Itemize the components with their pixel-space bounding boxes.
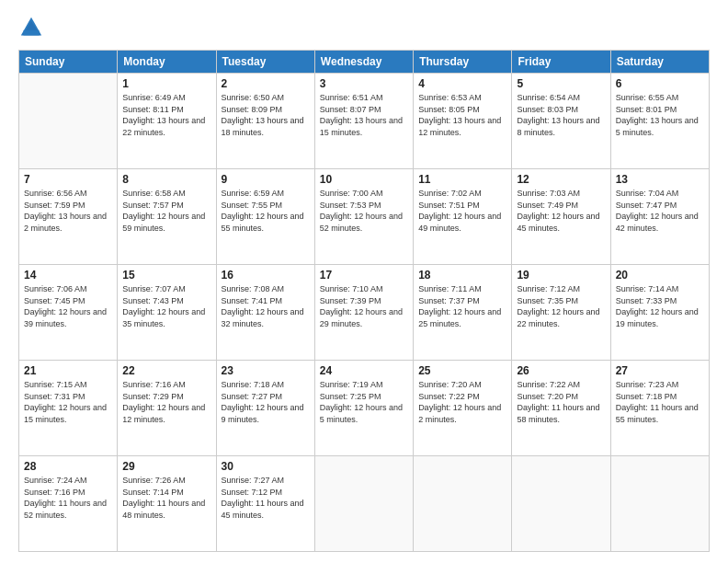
day-number: 1 <box>122 77 210 90</box>
day-info: Sunrise: 6:54 AM Sunset: 8:03 PM Dayligh… <box>517 92 605 138</box>
day-number: 6 <box>616 77 704 90</box>
calendar-cell-0-2: 2Sunrise: 6:50 AM Sunset: 8:09 PM Daylig… <box>216 74 314 169</box>
header-sunday: Sunday <box>19 51 118 74</box>
day-number: 7 <box>24 173 112 186</box>
calendar-cell-4-3 <box>314 456 413 552</box>
day-info: Sunrise: 6:59 AM Sunset: 7:55 PM Dayligh… <box>222 188 310 234</box>
day-number: 14 <box>24 269 112 282</box>
day-info: Sunrise: 6:50 AM Sunset: 8:09 PM Dayligh… <box>222 92 310 138</box>
calendar-cell-2-2: 16Sunrise: 7:08 AM Sunset: 7:41 PM Dayli… <box>216 265 314 361</box>
day-number: 17 <box>320 269 408 282</box>
calendar-cell-2-4: 18Sunrise: 7:11 AM Sunset: 7:37 PM Dayli… <box>414 265 512 361</box>
day-info: Sunrise: 7:04 AM Sunset: 7:47 PM Dayligh… <box>616 188 704 234</box>
calendar-cell-3-2: 23Sunrise: 7:18 AM Sunset: 7:27 PM Dayli… <box>216 361 314 456</box>
calendar-cell-0-6: 6Sunrise: 6:55 AM Sunset: 8:01 PM Daylig… <box>610 74 709 169</box>
day-number: 21 <box>24 364 112 377</box>
calendar-cell-2-5: 19Sunrise: 7:12 AM Sunset: 7:35 PM Dayli… <box>512 265 610 361</box>
day-info: Sunrise: 7:18 AM Sunset: 7:27 PM Dayligh… <box>222 379 310 425</box>
calendar-cell-3-0: 21Sunrise: 7:15 AM Sunset: 7:31 PM Dayli… <box>19 361 118 456</box>
day-info: Sunrise: 6:53 AM Sunset: 8:05 PM Dayligh… <box>418 92 506 138</box>
day-info: Sunrise: 7:10 AM Sunset: 7:39 PM Dayligh… <box>320 283 408 329</box>
week-row-1: 1Sunrise: 6:49 AM Sunset: 8:11 PM Daylig… <box>19 74 710 169</box>
header <box>18 15 710 40</box>
day-info: Sunrise: 7:07 AM Sunset: 7:43 PM Dayligh… <box>122 283 210 329</box>
week-row-4: 21Sunrise: 7:15 AM Sunset: 7:31 PM Dayli… <box>19 361 710 456</box>
day-info: Sunrise: 7:20 AM Sunset: 7:22 PM Dayligh… <box>418 379 506 425</box>
day-number: 29 <box>122 460 210 473</box>
header-tuesday: Tuesday <box>216 51 314 74</box>
day-info: Sunrise: 6:56 AM Sunset: 7:59 PM Dayligh… <box>24 188 112 234</box>
day-number: 26 <box>517 364 605 377</box>
day-number: 28 <box>24 460 112 473</box>
day-info: Sunrise: 6:51 AM Sunset: 8:07 PM Dayligh… <box>320 92 408 138</box>
day-number: 24 <box>320 364 408 377</box>
logo <box>18 15 48 40</box>
calendar-cell-1-5: 12Sunrise: 7:03 AM Sunset: 7:49 PM Dayli… <box>512 169 610 265</box>
calendar-header-row: SundayMondayTuesdayWednesdayThursdayFrid… <box>19 51 710 74</box>
day-info: Sunrise: 7:12 AM Sunset: 7:35 PM Dayligh… <box>517 283 605 329</box>
header-thursday: Thursday <box>414 51 512 74</box>
header-saturday: Saturday <box>610 51 709 74</box>
header-wednesday: Wednesday <box>314 51 413 74</box>
calendar-cell-0-0 <box>19 74 118 169</box>
day-info: Sunrise: 7:26 AM Sunset: 7:14 PM Dayligh… <box>122 475 210 521</box>
day-number: 4 <box>418 77 506 90</box>
calendar-cell-0-5: 5Sunrise: 6:54 AM Sunset: 8:03 PM Daylig… <box>512 74 610 169</box>
day-number: 19 <box>517 269 605 282</box>
day-info: Sunrise: 7:03 AM Sunset: 7:49 PM Dayligh… <box>517 188 605 234</box>
calendar-cell-3-4: 25Sunrise: 7:20 AM Sunset: 7:22 PM Dayli… <box>414 361 512 456</box>
day-info: Sunrise: 7:24 AM Sunset: 7:16 PM Dayligh… <box>24 475 112 521</box>
day-number: 25 <box>418 364 506 377</box>
day-info: Sunrise: 7:14 AM Sunset: 7:33 PM Dayligh… <box>616 283 704 329</box>
calendar-cell-4-1: 29Sunrise: 7:26 AM Sunset: 7:14 PM Dayli… <box>118 456 216 552</box>
calendar-cell-1-4: 11Sunrise: 7:02 AM Sunset: 7:51 PM Dayli… <box>414 169 512 265</box>
day-number: 20 <box>616 269 704 282</box>
day-number: 30 <box>222 460 310 473</box>
calendar-cell-3-6: 27Sunrise: 7:23 AM Sunset: 7:18 PM Dayli… <box>610 361 709 456</box>
day-number: 13 <box>616 173 704 186</box>
day-info: Sunrise: 7:23 AM Sunset: 7:18 PM Dayligh… <box>616 379 704 425</box>
header-friday: Friday <box>512 51 610 74</box>
day-number: 11 <box>418 173 506 186</box>
day-number: 15 <box>122 269 210 282</box>
day-number: 27 <box>616 364 704 377</box>
calendar-cell-3-3: 24Sunrise: 7:19 AM Sunset: 7:25 PM Dayli… <box>314 361 413 456</box>
calendar-cell-0-1: 1Sunrise: 6:49 AM Sunset: 8:11 PM Daylig… <box>118 74 216 169</box>
day-info: Sunrise: 7:11 AM Sunset: 7:37 PM Dayligh… <box>418 283 506 329</box>
week-row-2: 7Sunrise: 6:56 AM Sunset: 7:59 PM Daylig… <box>19 169 710 265</box>
day-number: 22 <box>122 364 210 377</box>
day-number: 8 <box>122 173 210 186</box>
calendar-cell-1-1: 8Sunrise: 6:58 AM Sunset: 7:57 PM Daylig… <box>118 169 216 265</box>
calendar-cell-1-0: 7Sunrise: 6:56 AM Sunset: 7:59 PM Daylig… <box>19 169 118 265</box>
calendar-cell-4-2: 30Sunrise: 7:27 AM Sunset: 7:12 PM Dayli… <box>216 456 314 552</box>
logo-icon <box>18 15 44 40</box>
calendar-cell-3-5: 26Sunrise: 7:22 AM Sunset: 7:20 PM Dayli… <box>512 361 610 456</box>
header-monday: Monday <box>118 51 216 74</box>
calendar-cell-3-1: 22Sunrise: 7:16 AM Sunset: 7:29 PM Dayli… <box>118 361 216 456</box>
day-info: Sunrise: 7:19 AM Sunset: 7:25 PM Dayligh… <box>320 379 408 425</box>
day-info: Sunrise: 6:49 AM Sunset: 8:11 PM Dayligh… <box>122 92 210 138</box>
day-number: 23 <box>222 364 310 377</box>
calendar-cell-2-3: 17Sunrise: 7:10 AM Sunset: 7:39 PM Dayli… <box>314 265 413 361</box>
day-info: Sunrise: 6:55 AM Sunset: 8:01 PM Dayligh… <box>616 92 704 138</box>
day-info: Sunrise: 7:22 AM Sunset: 7:20 PM Dayligh… <box>517 379 605 425</box>
day-info: Sunrise: 7:00 AM Sunset: 7:53 PM Dayligh… <box>320 188 408 234</box>
calendar-cell-4-5 <box>512 456 610 552</box>
day-info: Sunrise: 7:27 AM Sunset: 7:12 PM Dayligh… <box>222 475 310 521</box>
day-info: Sunrise: 7:06 AM Sunset: 7:45 PM Dayligh… <box>24 283 112 329</box>
calendar-cell-1-2: 9Sunrise: 6:59 AM Sunset: 7:55 PM Daylig… <box>216 169 314 265</box>
day-number: 10 <box>320 173 408 186</box>
day-number: 3 <box>320 77 408 90</box>
day-number: 5 <box>517 77 605 90</box>
day-number: 18 <box>418 269 506 282</box>
calendar-cell-1-3: 10Sunrise: 7:00 AM Sunset: 7:53 PM Dayli… <box>314 169 413 265</box>
page: SundayMondayTuesdayWednesdayThursdayFrid… <box>0 0 728 563</box>
calendar: SundayMondayTuesdayWednesdayThursdayFrid… <box>18 50 710 552</box>
day-info: Sunrise: 6:58 AM Sunset: 7:57 PM Dayligh… <box>122 188 210 234</box>
calendar-cell-4-4 <box>414 456 512 552</box>
day-info: Sunrise: 7:08 AM Sunset: 7:41 PM Dayligh… <box>222 283 310 329</box>
day-info: Sunrise: 7:15 AM Sunset: 7:31 PM Dayligh… <box>24 379 112 425</box>
day-info: Sunrise: 7:16 AM Sunset: 7:29 PM Dayligh… <box>122 379 210 425</box>
week-row-5: 28Sunrise: 7:24 AM Sunset: 7:16 PM Dayli… <box>19 456 710 552</box>
calendar-cell-2-1: 15Sunrise: 7:07 AM Sunset: 7:43 PM Dayli… <box>118 265 216 361</box>
